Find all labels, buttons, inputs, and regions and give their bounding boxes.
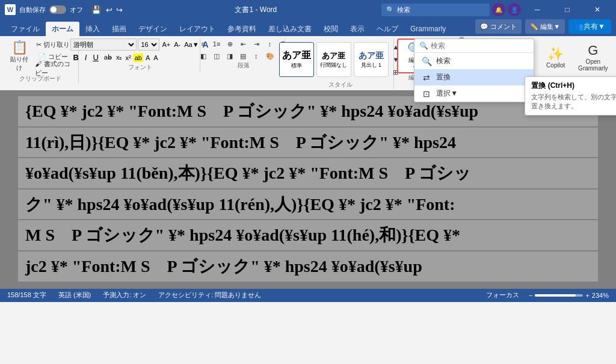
undo-btn[interactable]: ↩: [106, 5, 112, 14]
font-name-select[interactable]: 游明朝: [70, 39, 137, 51]
shading-button[interactable]: 🎨: [263, 51, 277, 61]
shrink-font-button[interactable]: A-: [173, 40, 182, 49]
decrease-indent-button[interactable]: ⇤: [237, 39, 249, 49]
underline-button[interactable]: U: [90, 52, 100, 63]
dropdown-search-input[interactable]: [431, 42, 529, 50]
tab-home[interactable]: ホーム: [46, 22, 79, 36]
bullet-list-button[interactable]: ≡: [197, 39, 209, 49]
focus-label: フォーカス: [486, 291, 519, 300]
replace-item-label: 置換: [436, 72, 451, 82]
tab-view[interactable]: 表示: [344, 22, 371, 36]
tab-design[interactable]: デザイン: [132, 22, 173, 36]
doc-line-4: ク" ¥* hps24 ¥o¥ad(¥s¥up 11(rén),人)}{EQ ¥…: [18, 190, 598, 220]
minimize-btn[interactable]: ─: [523, 0, 551, 19]
zoom-fill: [535, 294, 576, 297]
titlebar-left: W 自動保存 オフ 💾 ↩ ↪: [5, 4, 131, 15]
titlebar: W 自動保存 オフ 💾 ↩ ↪ 文書1 - Word 🔍 検索 🔔 👤 ─ □ …: [0, 0, 616, 19]
dropdown-search-bar[interactable]: 🔍: [414, 39, 534, 53]
tooltip-title: 置換 (Ctrl+H): [531, 81, 616, 91]
highlight-button[interactable]: ab: [134, 54, 143, 62]
dropdown-search-icon: 🔍: [419, 42, 428, 50]
window-title: 文書1 - Word: [131, 5, 381, 15]
style-preview-heading1: あア亜: [359, 51, 384, 61]
strikethrough-button[interactable]: ab̶: [102, 53, 114, 62]
paste-icon: 📋: [11, 41, 28, 54]
autosave-label: 自動保存: [19, 5, 46, 14]
align-left-button[interactable]: ◧: [197, 51, 209, 61]
search-bar[interactable]: 🔍 検索: [381, 4, 490, 16]
italic-button[interactable]: I: [82, 52, 90, 63]
paragraph-content: ≡ 1≡ ⊕ ⇤ ⇥ ↕ ¶ ◧ ◫ ◨ ▤ ↕ 🎨 ⊞: [197, 39, 290, 61]
font-name-row: 游明朝 16 A+ A- Aa▼ A: [70, 39, 209, 51]
dropdown-item-select[interactable]: ⊡ 選択▼: [414, 85, 534, 102]
replace-item-icon: ⇄: [422, 73, 431, 82]
paragraph-label: 段落: [238, 61, 250, 70]
redo-btn[interactable]: ↪: [116, 5, 123, 14]
share-icon: 👥: [574, 22, 584, 31]
tab-review[interactable]: 校閲: [318, 22, 344, 36]
subscript-button[interactable]: x₂: [115, 53, 123, 62]
share-button[interactable]: 👥 共有▼: [568, 19, 611, 34]
style-gallery: あア亜 標準 あア亜 行間隔なし あア亜 見出し 1: [279, 39, 389, 81]
sort-button[interactable]: ↕: [263, 39, 276, 49]
autosave-toggle[interactable]: [49, 5, 66, 14]
tab-grammarly[interactable]: Grammarly: [404, 22, 452, 36]
search-item-label: 検索: [436, 56, 451, 66]
style-item-nospace[interactable]: あア亜 行間隔なし: [316, 42, 351, 77]
cut-button[interactable]: ✂ 切り取り: [32, 39, 73, 50]
align-center-button[interactable]: ◫: [211, 51, 223, 61]
superscript-button[interactable]: x²: [124, 54, 132, 62]
font-color-button[interactable]: A: [144, 54, 151, 62]
align-row: ◧ ◫ ◨ ▤ ↕ 🎨 ⊞: [197, 51, 290, 61]
bold-button[interactable]: B: [70, 52, 81, 63]
maximize-btn[interactable]: □: [553, 0, 581, 19]
line-spacing-button[interactable]: ↕: [250, 51, 262, 61]
increase-indent-button[interactable]: ⇥: [250, 39, 262, 49]
tab-layout[interactable]: レイアウト: [173, 22, 221, 36]
statusbar-right: フォーカス − + 234%: [486, 291, 609, 300]
style-name-standard: 標準: [291, 62, 302, 70]
user-profile[interactable]: 👤: [508, 3, 521, 16]
copilot-icon: ✨: [547, 48, 564, 61]
user-avatar[interactable]: 🔔: [492, 3, 505, 16]
char-shading-button[interactable]: A: [152, 54, 159, 62]
dropdown-item-replace[interactable]: ⇄ 置換: [414, 69, 534, 85]
zoom-slider[interactable]: [535, 294, 583, 297]
style-item-heading1[interactable]: あア亜 見出し 1: [354, 42, 389, 77]
style-name-heading1: 見出し 1: [361, 61, 382, 69]
close-btn[interactable]: ✕: [584, 0, 611, 19]
justify-button[interactable]: ▤: [237, 51, 249, 61]
editing-content: 🔍 編集 ▼ 🔍 🔍 検索: [397, 39, 432, 73]
copilot-button[interactable]: ✨ Copilot: [543, 43, 568, 73]
tab-insert[interactable]: 挿入: [79, 22, 106, 36]
align-right-button[interactable]: ◨: [224, 51, 236, 61]
paste-button[interactable]: 📋 貼り付け: [7, 39, 31, 75]
editing-group: 🔍 編集 ▼ 🔍 🔍 検索: [399, 39, 434, 82]
grammarly-button[interactable]: G Open Grammarly: [575, 43, 611, 73]
dropdown-item-search[interactable]: 🔍 検索: [414, 53, 534, 69]
app-logo: W: [5, 4, 16, 15]
font-size-select[interactable]: 16: [138, 39, 159, 51]
tab-draw[interactable]: 描画: [106, 22, 132, 36]
format-painter-button[interactable]: 🖌 書式のコピー: [32, 63, 73, 74]
document-area: {EQ ¥* jc2 ¥* "Font:M S P ゴシック" ¥* hps24…: [0, 90, 616, 289]
zoom-out-btn[interactable]: −: [529, 292, 532, 299]
ribbon-content: 📋 貼り付け ✂ 切り取り 📄 コピー 🖌 書式のコピー クリップボード 游明朝: [0, 36, 616, 90]
save-icon[interactable]: 💾: [91, 5, 101, 14]
style-item-standard[interactable]: あア亜 標準: [279, 42, 314, 77]
tab-help[interactable]: ヘルプ: [371, 22, 404, 36]
styles-group: あア亜 標準 あア亜 行間隔なし あア亜 見出し 1 ▲ ▼ ⊞: [290, 39, 394, 89]
grow-font-button[interactable]: A+: [161, 40, 171, 49]
edit-mode-button[interactable]: ✏️ 編集▼: [525, 19, 565, 34]
outline-list-button[interactable]: ⊕: [224, 39, 236, 49]
tab-references[interactable]: 参考資料: [221, 22, 262, 36]
word-count: 158/158 文字: [7, 291, 46, 300]
tab-mailings[interactable]: 差し込み文書: [262, 22, 318, 36]
number-list-button[interactable]: 1≡: [211, 39, 223, 49]
search-label: 検索: [397, 5, 410, 14]
search-item-icon: 🔍: [422, 57, 431, 66]
tab-file[interactable]: ファイル: [5, 22, 46, 36]
zoom-bar[interactable]: − + 234%: [529, 292, 609, 299]
zoom-in-btn[interactable]: +: [585, 292, 589, 299]
comment-button[interactable]: 💬 コメント: [475, 19, 522, 34]
